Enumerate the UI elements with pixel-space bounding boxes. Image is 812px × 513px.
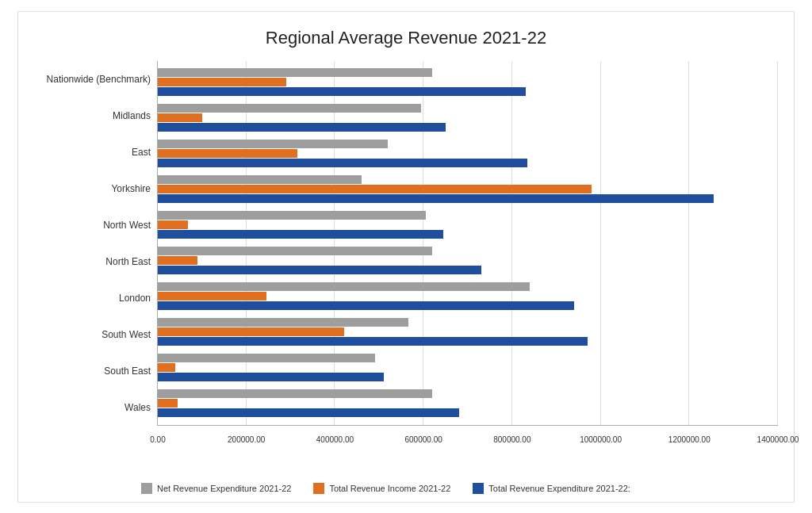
- bar-group: [158, 66, 778, 98]
- bar-total-expenditure: [158, 373, 384, 381]
- bar-total-income: [158, 149, 297, 158]
- legend-item: Net Revenue Expenditure 2021-22: [141, 483, 291, 494]
- bar-net-revenue: [158, 104, 421, 113]
- bar-group: [158, 101, 778, 133]
- y-label: East: [34, 136, 151, 169]
- bar-net-revenue: [158, 282, 530, 291]
- y-label: Yorkshire: [34, 172, 151, 205]
- chart-container: Regional Average Revenue 2021-22 Nationw…: [17, 11, 795, 503]
- chart-area: Nationwide (Benchmark)MidlandsEastYorksh…: [34, 61, 778, 426]
- bar-total-income: [158, 292, 266, 301]
- y-label: South East: [34, 354, 151, 388]
- bar-net-revenue: [158, 318, 408, 327]
- bar-total-income: [158, 220, 188, 229]
- bars-rows: [158, 61, 778, 425]
- bar-net-revenue: [158, 68, 432, 77]
- bar-total-income: [158, 399, 178, 408]
- bar-total-expenditure: [158, 337, 588, 346]
- bar-total-expenditure: [158, 230, 443, 239]
- bar-group: [158, 245, 778, 277]
- bar-net-revenue: [158, 247, 432, 255]
- x-axis-label: 600000.00: [405, 435, 442, 444]
- legend-label: Net Revenue Expenditure 2021-22: [157, 484, 291, 493]
- legend-swatch: [473, 483, 484, 494]
- x-axis-label: 400000.00: [316, 435, 354, 444]
- bar-total-income: [158, 113, 202, 122]
- y-label: London: [34, 281, 151, 315]
- legend-swatch: [313, 483, 324, 494]
- bar-total-income: [158, 363, 175, 372]
- y-labels: Nationwide (Benchmark)MidlandsEastYorksh…: [34, 61, 157, 426]
- y-label: South West: [34, 318, 151, 351]
- bar-group: [158, 173, 778, 205]
- y-label: Midlands: [34, 99, 151, 132]
- x-axis-label: 800000.00: [493, 435, 530, 444]
- x-axis-label: 1200000.00: [668, 435, 710, 444]
- y-label: Wales: [34, 391, 151, 424]
- x-axis-label: 1000000.00: [580, 435, 622, 444]
- bar-total-expenditure: [158, 87, 526, 96]
- legend: Net Revenue Expenditure 2021-22Total Rev…: [141, 483, 630, 494]
- bar-total-expenditure: [158, 408, 459, 417]
- legend-item: Total Revenue Expenditure 2021-22:: [473, 483, 630, 494]
- y-label: North West: [34, 209, 151, 242]
- bar-group: [158, 137, 778, 169]
- bar-total-expenditure: [158, 301, 574, 310]
- legend-label: Total Revenue Expenditure 2021-22:: [488, 484, 630, 493]
- bar-total-expenditure: [158, 159, 527, 167]
- legend-swatch: [141, 483, 152, 494]
- bar-total-expenditure: [158, 194, 714, 203]
- bar-total-income: [158, 185, 592, 193]
- bar-net-revenue: [158, 140, 388, 148]
- bar-group: [158, 352, 778, 384]
- bar-net-revenue: [158, 389, 432, 398]
- bar-total-income: [158, 78, 286, 86]
- x-axis-label: 0.00: [150, 435, 165, 444]
- legend-label: Total Revenue Income 2021-22: [329, 484, 450, 493]
- bar-group: [158, 281, 778, 312]
- bar-total-income: [158, 256, 197, 265]
- bar-total-expenditure: [158, 123, 446, 132]
- y-label: Nationwide (Benchmark): [34, 63, 151, 96]
- x-axis-label: 1400000.00: [757, 435, 799, 444]
- x-axis-label: 200000.00: [228, 435, 265, 444]
- bar-net-revenue: [158, 211, 426, 220]
- bar-total-expenditure: [158, 266, 481, 274]
- bar-group: [158, 388, 778, 419]
- legend-item: Total Revenue Income 2021-22: [313, 483, 450, 494]
- bars-area: 0.00200000.00400000.00600000.00800000.00…: [157, 61, 778, 426]
- bar-group: [158, 316, 778, 348]
- bar-net-revenue: [158, 354, 375, 362]
- bar-total-income: [158, 327, 344, 336]
- bar-net-revenue: [158, 175, 362, 184]
- chart-title: Regional Average Revenue 2021-22: [34, 28, 778, 48]
- bar-group: [158, 209, 778, 240]
- y-label: North East: [34, 245, 151, 278]
